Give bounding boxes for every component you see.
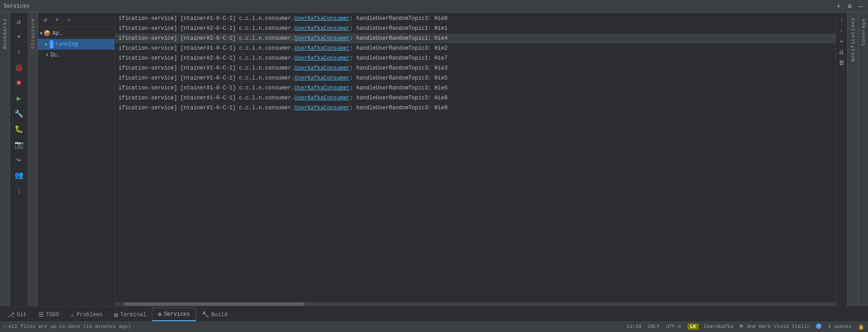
- log-line: ification-service] [ntainer#1-0-C-1] c.c…: [115, 43, 835, 53]
- running-label: running: [55, 41, 78, 47]
- tab-build-label: Build: [211, 312, 228, 318]
- kafka-consumer-link-5[interactable]: UserKafkaConsumer: [294, 65, 350, 71]
- status-message: All files are up-to-date (13 minutes ago…: [9, 324, 131, 329]
- left-sidebar: ↺ + › 🐞 ■ ▶ 🔧 🐛 📷 ↪ 👥 ⋮: [10, 13, 28, 306]
- services-icon: ⚙: [158, 311, 161, 318]
- tab-git[interactable]: ⎇ Git: [2, 308, 33, 321]
- wrap-btn[interactable]: ⇌: [837, 36, 847, 46]
- services-toolbar: ↺ + ›: [38, 13, 114, 27]
- run-active-icon: ▶: [45, 42, 48, 47]
- minimize-btn[interactable]: —: [857, 2, 864, 11]
- arrow-icon: ▼: [40, 31, 43, 36]
- kafka-consumer-link-0[interactable]: UserKafkaConsumer: [294, 15, 350, 22]
- add-btn[interactable]: +: [835, 2, 842, 11]
- status-encoding[interactable]: UTF-8: [666, 324, 681, 329]
- bookmarks-label: Bookmarks: [2, 18, 8, 49]
- tree-item-label: Ap…: [52, 30, 62, 37]
- tab-build[interactable]: 🔨 Build: [196, 308, 233, 321]
- kafka-consumer-link-9[interactable]: UserKafkaConsumer: [294, 105, 350, 111]
- structure-sidebar: Structure: [28, 13, 38, 306]
- status-theme[interactable]: M One Dark Vivid Italic: [740, 324, 810, 329]
- tab-problems-label: Problems: [76, 312, 103, 318]
- dots-icon[interactable]: ⋮: [12, 183, 26, 198]
- branch-badge: LK: [688, 323, 699, 330]
- services-tree: ▼ 📦 Ap… ▶ running ⬇ Dc…: [38, 27, 114, 306]
- log-line: ification-service] [ntainer#1-0-C-1] c.c…: [115, 93, 835, 103]
- log-line-highlighted: ification-service] [ntainer#2-0-C-1] c.c…: [115, 33, 835, 43]
- log-line: ification-service] [ntainer#2-0-C-1] c.c…: [115, 23, 835, 33]
- kafka-consumer-link-8[interactable]: UserKafkaConsumer: [294, 95, 350, 101]
- status-left: ☐ All files are up-to-date (13 minutes a…: [4, 324, 131, 330]
- services-panel: ↺ + › ▼ 📦 Ap… ▶ running ⬇ Dc…: [38, 13, 115, 306]
- problems-icon: ⚠: [71, 311, 74, 318]
- clear-btn[interactable]: 🗑: [837, 58, 847, 68]
- tab-services-label: Services: [164, 311, 190, 318]
- status-dot[interactable]: [816, 323, 821, 330]
- status-line-ending[interactable]: CRLF: [648, 324, 659, 329]
- app-icon: 📦: [43, 30, 51, 37]
- tree-item-running[interactable]: ▶ running: [38, 39, 114, 50]
- scroll-up-btn[interactable]: ↑: [837, 14, 847, 24]
- terminal-icon: ▤: [114, 311, 118, 318]
- kafka-consumer-link-7[interactable]: UserKafkaConsumer: [294, 85, 350, 91]
- log-content[interactable]: ification-service] [ntainer#1-0-C-1] c.c…: [115, 13, 835, 302]
- status-branch[interactable]: LK learnKafka: [688, 324, 734, 329]
- build-icon: 🔨: [202, 311, 209, 318]
- kafka-consumer-link-3[interactable]: UserKafkaConsumer: [294, 45, 350, 51]
- coverage-label: Coverage: [861, 18, 866, 46]
- title-bar-actions: + ⚙ —: [835, 1, 864, 11]
- toolbar-refresh-btn[interactable]: ↺: [40, 14, 51, 25]
- coverage-sidebar: Coverage: [858, 13, 868, 306]
- settings-btn[interactable]: ⚙: [846, 1, 853, 11]
- bottom-tabs: ⎇ Git ☰ TODO ⚠ Problems ▤ Terminal ⚙ Ser…: [0, 306, 868, 321]
- title-bar: Services + ⚙ —: [0, 0, 868, 13]
- todo-icon: ☰: [38, 311, 44, 318]
- horizontal-scrollbar[interactable]: [115, 302, 835, 306]
- notifications-sidebar: Notifications: [847, 13, 858, 306]
- tree-item-dc[interactable]: ⬇ Dc…: [38, 50, 114, 61]
- print-btn[interactable]: 🖨: [837, 47, 847, 57]
- tab-problems[interactable]: ⚠ Problems: [65, 308, 108, 321]
- theme-label: One Dark Vivid Italic: [747, 324, 810, 329]
- git-icon: ⎇: [8, 311, 14, 318]
- status-indent[interactable]: 4 spaces: [828, 324, 852, 329]
- add-service-icon[interactable]: +: [12, 30, 26, 44]
- group-icon[interactable]: 👥: [12, 168, 26, 182]
- settings-wrench-icon[interactable]: 🔧: [12, 107, 26, 121]
- scroll-down-btn[interactable]: ↓: [837, 25, 847, 35]
- status-bar: ☐ All files are up-to-date (13 minutes a…: [0, 321, 868, 332]
- run-icon[interactable]: ▶: [12, 91, 26, 106]
- bookmarks-sidebar: Bookmarks: [0, 13, 10, 306]
- tab-terminal[interactable]: ▤ Terminal: [109, 308, 152, 321]
- main-area: Bookmarks ↺ + › 🐞 ■ ▶ 🔧 🐛 📷 ↪ 👥 ⋮ Struct…: [0, 13, 868, 306]
- branch-label: learnKafka: [703, 324, 733, 329]
- more-icon[interactable]: ›: [12, 45, 26, 60]
- kafka-consumer-link-1[interactable]: UserKafkaConsumer: [294, 25, 350, 32]
- log-line: ification-service] [ntainer#1-0-C-1] c.c…: [115, 73, 835, 83]
- status-lock[interactable]: 🔒: [858, 324, 864, 330]
- deploy-icon[interactable]: ↪: [12, 153, 26, 167]
- scrollbar-thumb[interactable]: [124, 302, 305, 306]
- status-checkbox[interactable]: ☐: [4, 324, 7, 330]
- tab-todo[interactable]: ☰ TODO: [33, 308, 65, 321]
- tab-services[interactable]: ⚙ Services: [152, 308, 195, 321]
- refresh-icon[interactable]: ↺: [12, 14, 26, 29]
- tab-git-label: Git: [17, 312, 27, 318]
- toolbar-more-btn[interactable]: ›: [63, 14, 74, 25]
- snapshot-icon[interactable]: 📷: [12, 137, 26, 152]
- log-area: ification-service] [ntainer#1-0-C-1] c.c…: [115, 13, 835, 306]
- dot-indicator: [816, 323, 821, 329]
- log-line: ification-service] [ntainer#1-0-C-1] c.c…: [115, 14, 835, 23]
- debug-icon[interactable]: 🐛: [12, 122, 26, 136]
- toolbar-add-btn[interactable]: +: [52, 14, 62, 25]
- tree-item-app[interactable]: ▼ 📦 Ap…: [38, 28, 114, 39]
- bug-icon[interactable]: 🐞: [12, 61, 26, 75]
- kafka-consumer-link-6[interactable]: UserKafkaConsumer: [294, 75, 350, 81]
- stop-icon[interactable]: ■: [12, 76, 26, 90]
- dc-icon: ⬇: [45, 51, 49, 59]
- right-toolbar: ↑ ↓ ⇌ 🖨 🗑: [835, 13, 847, 306]
- kafka-consumer-link-2[interactable]: UserKafkaConsumer: [294, 35, 350, 42]
- kafka-consumer-link-4[interactable]: UserKafkaConsumer: [294, 55, 350, 61]
- log-line: ification-service] [ntainer#1-0-C-1] c.c…: [115, 83, 835, 93]
- status-time: 22:59: [626, 324, 641, 329]
